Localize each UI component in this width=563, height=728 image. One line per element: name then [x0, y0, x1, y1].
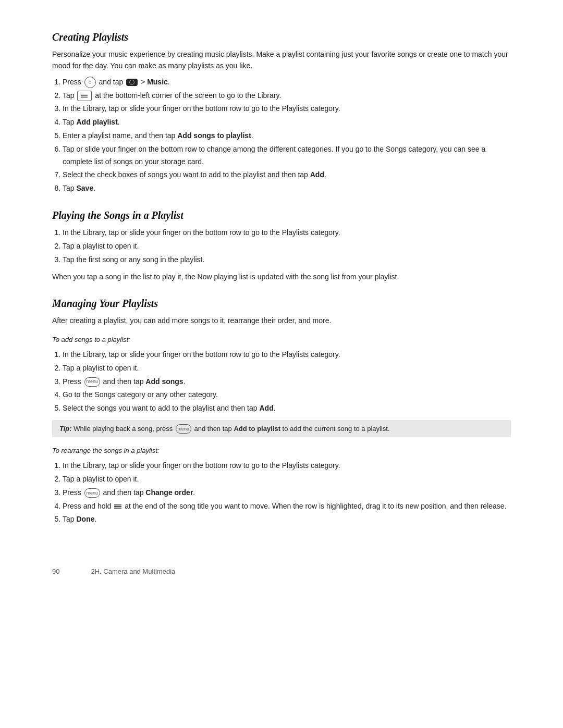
creating-playlists-steps: Press ○ and tap > Music. Tap at the bott… [63, 76, 511, 195]
list-item: Tap a playlist to open it. [63, 362, 511, 375]
page-footer: 90 2H. Camera and Multimedia [52, 567, 511, 575]
list-item: Press ○ and tap > Music. [63, 76, 511, 89]
drag-line [114, 504, 121, 505]
menu-line [81, 95, 88, 96]
rearrange-step4-before: Press and hold [63, 502, 113, 510]
play-step2-text: Tap a playlist to open it. [63, 242, 139, 250]
managing-playlists-section: Managing Your Playlists After creating a… [52, 298, 511, 526]
creating-playlists-intro: Personalize your music experience by cre… [52, 48, 511, 72]
managing-playlists-heading: Managing Your Playlists [52, 298, 511, 310]
step3-text: In the Library, tap or slide your finger… [63, 104, 340, 113]
list-item: Press menu and then tap Change order. [63, 487, 511, 499]
home-button-icon: ○ [84, 77, 96, 88]
list-item: Press and hold at the end of the song ti… [63, 500, 511, 513]
menu-line [81, 94, 88, 95]
add-step5-text: Select the songs you want to add to the … [63, 404, 276, 412]
step4-text: Tap Add playlist. [63, 118, 120, 126]
rearrange-step2-text: Tap a playlist to open it. [63, 475, 139, 483]
menu-round-icon: menu [84, 377, 100, 387]
playing-songs-heading: Playing the Songs in a Playlist [52, 209, 511, 221]
list-item: Tap a playlist to open it. [63, 473, 511, 486]
list-item: Tap Done. [63, 513, 511, 526]
play-step3-text: Tap the first song or any song in the pl… [63, 255, 204, 264]
list-item: Go to the Songs category or any other ca… [63, 389, 511, 401]
tip-text-after: and then tap Add to playlist to add the … [194, 425, 390, 433]
step2-text: Tap [63, 91, 76, 100]
step1-music: > Music. [141, 78, 170, 86]
rearrange-subheading: To rearrange the songs in a playlist: [52, 446, 511, 456]
list-item: Select the songs you want to add to the … [63, 402, 511, 415]
rearrange-step5-text: Tap Done. [63, 515, 96, 523]
managing-playlists-intro: After creating a playlist, you can add m… [52, 315, 511, 326]
play-step1-text: In the Library, tap or slide your finger… [63, 228, 340, 237]
playing-songs-section: Playing the Songs in a Playlist In the L… [52, 209, 511, 283]
rearrange-step3-before: Press [63, 488, 83, 497]
playing-songs-note: When you tap a song in the list to play … [52, 271, 511, 282]
creating-playlists-section: Creating Playlists Personalize your musi… [52, 31, 511, 195]
list-item: Tap Save. [63, 182, 511, 195]
step8-text: Tap Save. [63, 184, 95, 192]
creating-playlists-heading: Creating Playlists [52, 31, 511, 43]
add-step2-text: Tap a playlist to open it. [63, 364, 139, 372]
list-item: Press menu and then tap Add songs. [63, 376, 511, 388]
footer-page-number: 90 [52, 567, 59, 575]
list-item: In the Library, tap or slide your finger… [63, 460, 511, 472]
step1-and-tap: and tap [99, 78, 126, 86]
rearrange-step1-text: In the Library, tap or slide your finger… [63, 461, 340, 470]
media-dot-icon [129, 80, 134, 85]
step2-text-after: at the bottom-left corner of the screen … [95, 91, 281, 100]
list-item: Tap a playlist to open it. [63, 240, 511, 253]
add-step3-before: Press [63, 377, 83, 386]
tip-label: Tip: [59, 425, 72, 433]
step6-text: Tap or slide your finger on the bottom r… [63, 145, 485, 166]
add-songs-steps: In the Library, tap or slide your finger… [63, 349, 511, 415]
list-item: Enter a playlist name, and then tap Add … [63, 130, 511, 142]
rearrange-step3-after: and then tap Change order. [103, 488, 195, 497]
step1-text-before: Press [63, 78, 83, 86]
list-item: Tap at the bottom-left corner of the scr… [63, 90, 511, 102]
menu-lines-icon [81, 94, 88, 98]
menu-line [81, 97, 88, 98]
list-item: Select the check boxes of songs you want… [63, 169, 511, 181]
menu-icon [77, 91, 92, 101]
list-item: Tap or slide your finger on the bottom r… [63, 143, 511, 168]
list-item: In the Library, tap or slide your finger… [63, 349, 511, 361]
tip-box: Tip: While playing back a song, press me… [52, 420, 511, 438]
step7-text: Select the check boxes of songs you want… [63, 170, 326, 179]
drag-handle-icon [114, 504, 121, 509]
playing-songs-steps: In the Library, tap or slide your finger… [63, 227, 511, 266]
step5-text: Enter a playlist name, and then tap Add … [63, 131, 253, 140]
tip-text-before: While playing back a song, press [74, 425, 175, 433]
list-item: Tap the first song or any song in the pl… [63, 254, 511, 266]
drag-line [114, 508, 121, 509]
menu-round-icon-rearrange: menu [84, 488, 100, 498]
list-item: Tap Add playlist. [63, 116, 511, 129]
media-button-icon [126, 79, 138, 86]
rearrange-steps: In the Library, tap or slide your finger… [63, 460, 511, 526]
add-step4-text: Go to the Songs category or any other ca… [63, 390, 218, 399]
drag-line [114, 506, 121, 507]
add-step1-text: In the Library, tap or slide your finger… [63, 350, 340, 359]
list-item: In the Library, tap or slide your finger… [63, 227, 511, 239]
list-item: In the Library, tap or slide your finger… [63, 103, 511, 115]
footer-chapter: 2H. Camera and Multimedia [91, 567, 175, 575]
add-songs-subheading: To add songs to a playlist: [52, 335, 511, 346]
menu-round-icon-tip: menu [176, 424, 191, 434]
add-step3-after: and then tap Add songs. [103, 377, 186, 386]
rearrange-step4-after: at the end of the song title you want to… [125, 502, 506, 510]
